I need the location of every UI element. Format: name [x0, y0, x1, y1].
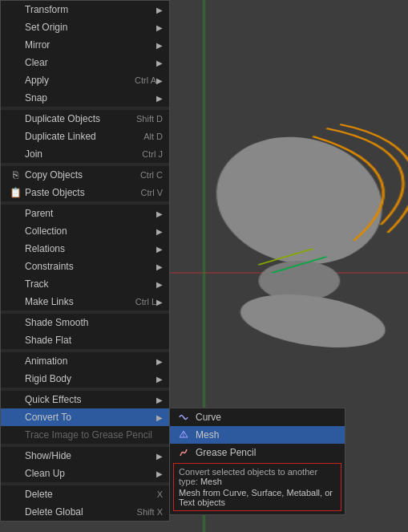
menu-item-shortcut: Ctrl C	[140, 170, 163, 180]
mesh-icon	[176, 429, 191, 441]
menu-item-label: Collection	[25, 225, 156, 237]
copy-icon: ⎘	[9, 169, 22, 181]
gp-icon	[176, 447, 191, 458]
menu-item-paste-objects[interactable]: 📋 Paste Objects Ctrl V	[1, 184, 169, 201]
arrow-icon: ▶	[156, 94, 163, 103]
menu-item-shortcut: Shift X	[137, 507, 163, 517]
menu-item-clean-up[interactable]: Clean Up ▶	[1, 465, 169, 482]
menu-item-label: Relations	[25, 243, 156, 254]
context-menu: Transform ▶ Set Origin ▶ Mirror ▶ Clear	[0, 0, 170, 522]
arrow-icon: ▶	[156, 59, 163, 67]
menu-item-constraints[interactable]: Constraints ▶	[1, 258, 169, 275]
menu-item-copy-objects[interactable]: ⎘ Copy Objects Ctrl C	[1, 166, 169, 184]
convert-to-submenu: Curve Mesh Grease Pencil Convert selecte…	[169, 408, 345, 515]
arrow-icon: ▶	[156, 298, 163, 307]
arrow-icon: ▶	[156, 452, 163, 461]
menu-item-label: Rigid Body	[25, 373, 156, 384]
menu-item-shortcut: Ctrl L	[135, 297, 156, 307]
menu-item-label: Clean Up	[25, 468, 156, 479]
arrow-icon: ▶	[156, 469, 163, 478]
menu-item-shortcut: X	[157, 489, 163, 499]
menu-item-label: Join	[25, 148, 134, 160]
menu-item-label: Track	[25, 278, 156, 290]
submenu-item-curve[interactable]: Curve	[170, 408, 345, 426]
paste-icon: 📋	[9, 187, 22, 198]
menu-item-collection[interactable]: Collection ▶	[1, 222, 169, 240]
menu-item-show-hide[interactable]: Show/Hide ▶	[1, 447, 169, 465]
menu-item-label: Animation	[25, 355, 156, 367]
menu-item-shade-flat[interactable]: Shade Flat	[1, 331, 169, 349]
arrow-icon: ▶	[156, 413, 163, 422]
menu-item-duplicate-linked[interactable]: Duplicate Linked Alt D	[1, 128, 169, 145]
menu-item-animation[interactable]: Animation ▶	[1, 352, 169, 370]
menu-item-transform[interactable]: Transform ▶	[1, 1, 169, 18]
arrow-icon: ▶	[156, 6, 163, 14]
menu-item-label: Delete Global	[25, 506, 129, 518]
menu-item-make-links[interactable]: Make Links Ctrl L ▶	[1, 293, 169, 311]
menu-item-label: Make Links	[25, 296, 127, 307]
menu-item-mirror[interactable]: Mirror ▶	[1, 36, 169, 54]
menu-item-apply[interactable]: Apply Ctrl A ▶	[1, 71, 169, 89]
menu-item-shortcut: Ctrl V	[141, 188, 164, 197]
menu-item-label: Delete	[25, 489, 149, 500]
arrow-icon: ▶	[156, 262, 163, 271]
arrow-icon: ▶	[156, 357, 163, 366]
menu-item-join[interactable]: Join Ctrl J	[1, 145, 169, 163]
menu-item-quick-effects[interactable]: Quick Effects ▶	[1, 391, 169, 408]
arrow-icon: ▶	[156, 375, 163, 384]
arrow-icon: ▶	[156, 396, 163, 404]
menu-item-rigid-body[interactable]: Rigid Body ▶	[1, 370, 169, 388]
menu-item-label: Trace Image to Grease Pencil	[25, 429, 163, 441]
arrow-icon: ▶	[156, 41, 163, 50]
menu-item-convert-to[interactable]: Convert To ▶	[1, 408, 169, 426]
submenu-item-label: Grease Pencil	[196, 447, 256, 458]
menu-item-set-origin[interactable]: Set Origin ▶	[1, 18, 169, 36]
menu-item-label: Apply	[25, 75, 127, 86]
arrow-icon: ▶	[156, 280, 163, 289]
menu-item-track[interactable]: Track ▶	[1, 275, 169, 293]
menu-item-duplicate-objects[interactable]: Duplicate Objects Shift D	[1, 110, 169, 128]
menu-item-shortcut: Shift D	[136, 114, 163, 124]
menu-item-label: Quick Effects	[25, 394, 156, 405]
menu-item-label: Shade Smooth	[25, 317, 163, 328]
menu-item-label: Show/Hide	[25, 450, 156, 461]
submenu-item-label: Curve	[196, 412, 221, 423]
arrow-icon: ▶	[156, 209, 163, 218]
menu-item-delete-global[interactable]: Delete Global Shift X	[1, 503, 169, 521]
tooltip-box: Convert selected objects to another type…	[173, 463, 341, 511]
menu-item-label: Clear	[25, 57, 156, 68]
menu-item-delete[interactable]: Delete X	[1, 485, 169, 503]
curve-icon	[176, 412, 191, 423]
menu-item-label: Transform	[25, 4, 156, 15]
menu-item-label: Copy Objects	[25, 169, 132, 181]
menu-item-relations[interactable]: Relations ▶	[1, 240, 169, 258]
arrow-icon: ▶	[156, 23, 163, 32]
menu-item-label: Duplicate Linked	[25, 131, 135, 142]
menu-item-label: Snap	[25, 92, 156, 104]
menu-item-trace-image: Trace Image to Grease Pencil	[1, 426, 169, 444]
menu-item-label: Parent	[25, 208, 156, 219]
menu-item-label: Paste Objects	[25, 187, 133, 198]
submenu-item-grease-pencil[interactable]: Grease Pencil	[170, 444, 345, 461]
menu-item-shortcut: Alt D	[143, 132, 163, 141]
menu-item-shortcut: Ctrl A	[135, 75, 156, 85]
menu-item-snap[interactable]: Snap ▶	[1, 89, 169, 107]
arrow-icon: ▶	[156, 227, 163, 236]
menu-item-label: Constraints	[25, 261, 156, 272]
menu-item-shade-smooth[interactable]: Shade Smooth	[1, 314, 169, 331]
menu-item-parent[interactable]: Parent ▶	[1, 205, 169, 222]
menu-item-label: Duplicate Objects	[25, 113, 128, 124]
menu-item-label: Set Origin	[25, 22, 156, 33]
menu-item-label: Convert To	[25, 412, 156, 423]
submenu-item-mesh[interactable]: Mesh	[170, 426, 345, 444]
tooltip-description: Mesh from Curve, Surface, Metaball, or T…	[179, 488, 336, 507]
tooltip-title: Convert selected objects to another type…	[179, 467, 336, 486]
arrow-icon: ▶	[156, 76, 163, 85]
menu-item-clear[interactable]: Clear ▶	[1, 54, 169, 71]
tooltip-type: Mesh	[200, 477, 222, 486]
submenu-item-label: Mesh	[196, 429, 219, 441]
arrow-icon: ▶	[156, 245, 163, 254]
menu-item-label: Mirror	[25, 39, 156, 51]
menu-item-shortcut: Ctrl J	[142, 149, 163, 159]
menu-item-label: Shade Flat	[25, 335, 163, 346]
